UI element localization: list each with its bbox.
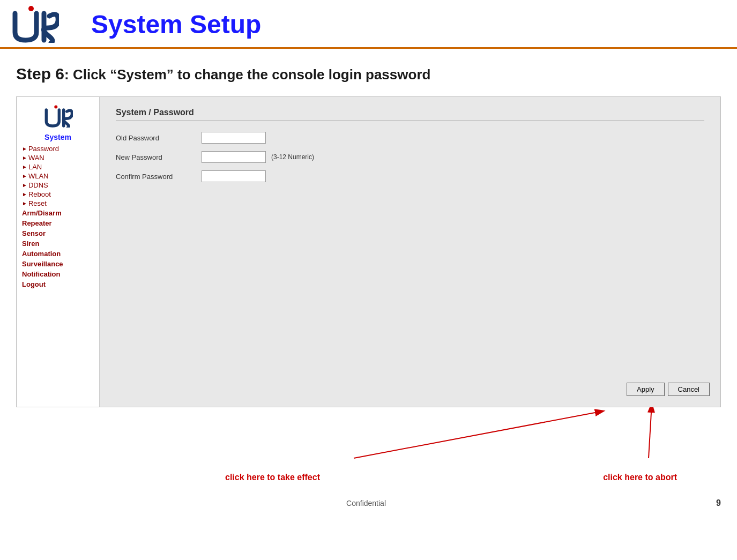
svg-point-0 (28, 6, 34, 11)
arrow-icon: ► (22, 164, 27, 170)
sidebar-item-wan[interactable]: ► WAN (17, 153, 99, 162)
arrow-icon: ► (22, 191, 27, 197)
sidebar-label-wlan: WLAN (28, 172, 49, 180)
arrow-icon: ► (22, 173, 27, 179)
sidebar-item-notification[interactable]: Notification (17, 269, 99, 279)
footer-page-number: 9 (716, 498, 721, 508)
confirm-password-input[interactable] (202, 170, 266, 182)
sidebar-item-ddns[interactable]: ► DDNS (17, 181, 99, 190)
arrow-icon: ► (22, 182, 27, 188)
header: System Setup (0, 0, 737, 49)
confirm-password-row: Confirm Password (116, 170, 704, 182)
footer-confidential: Confidential (346, 499, 386, 507)
sidebar-label-reboot: Reboot (28, 190, 51, 198)
new-password-hint: (3-12 Numeric) (271, 153, 314, 161)
arrow-icon: ► (22, 200, 27, 206)
button-row: Apply Cancel (627, 383, 710, 396)
new-password-input[interactable] (202, 151, 266, 163)
sidebar-item-surveillance[interactable]: Surveillance (17, 259, 99, 269)
annotation-right[interactable]: click here to abort (603, 473, 677, 482)
apply-button[interactable]: Apply (627, 383, 665, 396)
sidebar-item-reboot[interactable]: ► Reboot (17, 190, 99, 199)
page-title: System Setup (91, 10, 261, 39)
step-number: Step 6 (16, 65, 64, 83)
sidebar-logo (17, 105, 99, 128)
new-password-row: New Password (3-12 Numeric) (116, 151, 704, 163)
sidebar-label-ddns: DDNS (28, 181, 48, 189)
annotation-left[interactable]: click here to take effect (225, 473, 320, 482)
annotations-area: click here to take effect click here to … (16, 407, 721, 493)
sidebar-item-password[interactable]: ► Password (17, 144, 99, 153)
confirm-password-label: Confirm Password (116, 173, 202, 181)
sidebar: System ► Password ► WAN ► LAN ► WLAN ► D… (17, 97, 100, 407)
step-description: : Click “System” to change the console l… (64, 66, 430, 83)
sidebar-label-wan: WAN (28, 154, 44, 162)
svg-line-6 (354, 413, 595, 458)
sidebar-label-lan: LAN (28, 163, 42, 171)
footer: Confidential 9 (0, 498, 737, 508)
cancel-button[interactable]: Cancel (668, 383, 710, 396)
svg-line-7 (649, 413, 651, 458)
sidebar-item-repeater[interactable]: Repeater (17, 218, 99, 228)
step-heading: Step 6: Click “System” to change the con… (16, 65, 721, 83)
sidebar-label-reset: Reset (28, 199, 47, 207)
sidebar-item-armdisarm[interactable]: Arm/Disarm (17, 208, 99, 218)
sidebar-section-system[interactable]: System (17, 133, 99, 141)
arrow-icon: ► (22, 146, 27, 152)
old-password-label: Old Password (116, 134, 202, 142)
sidebar-item-reset[interactable]: ► Reset (17, 199, 99, 208)
sidebar-label-password: Password (28, 145, 59, 153)
old-password-row: Old Password (116, 132, 704, 144)
old-password-input[interactable] (202, 132, 266, 144)
logo (11, 5, 59, 43)
new-password-label: New Password (116, 153, 202, 161)
arrow-icon: ► (22, 155, 27, 161)
sidebar-item-sensor[interactable]: Sensor (17, 228, 99, 238)
sidebar-item-wlan[interactable]: ► WLAN (17, 171, 99, 181)
sidebar-item-lan[interactable]: ► LAN (17, 162, 99, 171)
sidebar-item-siren[interactable]: Siren (17, 238, 99, 249)
panel-title: System / Password (116, 108, 704, 121)
sidebar-item-logout[interactable]: Logout (17, 279, 99, 289)
svg-point-2 (54, 106, 57, 109)
content-panel: System / Password Old Password New Passw… (100, 97, 720, 407)
sidebar-item-automation[interactable]: Automation (17, 249, 99, 259)
main-content: System ► Password ► WAN ► LAN ► WLAN ► D… (16, 96, 721, 407)
